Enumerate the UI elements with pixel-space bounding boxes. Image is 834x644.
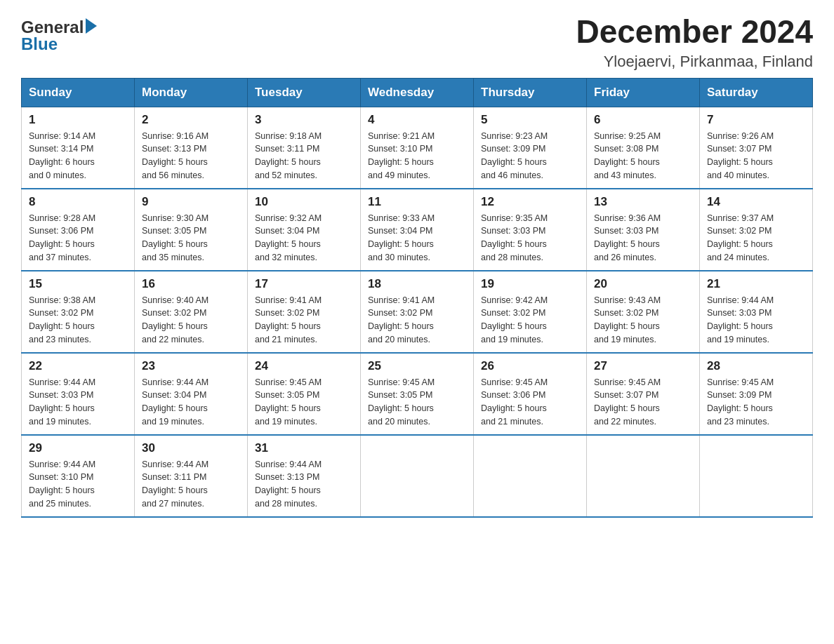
calendar-cell: 15 Sunrise: 9:38 AM Sunset: 3:02 PM Dayl… xyxy=(22,271,135,353)
col-friday: Friday xyxy=(587,78,700,107)
calendar-cell: 24 Sunrise: 9:45 AM Sunset: 3:05 PM Dayl… xyxy=(248,353,361,435)
day-number: 29 xyxy=(29,441,127,455)
calendar-cell: 20 Sunrise: 9:43 AM Sunset: 3:02 PM Dayl… xyxy=(587,271,700,353)
col-saturday: Saturday xyxy=(700,78,813,107)
calendar-cell xyxy=(700,435,813,517)
day-info: Sunrise: 9:44 AM Sunset: 3:11 PM Dayligh… xyxy=(142,458,240,511)
calendar-cell: 23 Sunrise: 9:44 AM Sunset: 3:04 PM Dayl… xyxy=(135,353,248,435)
logo-blue-text: Blue xyxy=(21,34,58,54)
calendar-week-row: 29 Sunrise: 9:44 AM Sunset: 3:10 PM Dayl… xyxy=(22,435,813,517)
day-info: Sunrise: 9:36 AM Sunset: 3:03 PM Dayligh… xyxy=(594,212,692,264)
day-number: 19 xyxy=(481,277,579,291)
day-info: Sunrise: 9:44 AM Sunset: 3:04 PM Dayligh… xyxy=(142,376,240,429)
day-info: Sunrise: 9:41 AM Sunset: 3:02 PM Dayligh… xyxy=(368,294,466,347)
col-sunday: Sunday xyxy=(22,78,135,107)
calendar-cell: 9 Sunrise: 9:30 AM Sunset: 3:05 PM Dayli… xyxy=(135,189,248,271)
day-number: 3 xyxy=(255,113,353,127)
calendar-cell: 18 Sunrise: 9:41 AM Sunset: 3:02 PM Dayl… xyxy=(361,271,474,353)
calendar-cell: 3 Sunrise: 9:18 AM Sunset: 3:11 PM Dayli… xyxy=(248,107,361,189)
calendar-cell: 1 Sunrise: 9:14 AM Sunset: 3:14 PM Dayli… xyxy=(22,107,135,189)
day-number: 2 xyxy=(142,113,240,127)
day-number: 23 xyxy=(142,359,240,373)
day-number: 4 xyxy=(368,113,466,127)
day-info: Sunrise: 9:30 AM Sunset: 3:05 PM Dayligh… xyxy=(142,212,240,264)
day-number: 8 xyxy=(29,195,127,209)
calendar-cell xyxy=(587,435,700,517)
calendar-cell: 19 Sunrise: 9:42 AM Sunset: 3:02 PM Dayl… xyxy=(474,271,587,353)
calendar-cell: 13 Sunrise: 9:36 AM Sunset: 3:03 PM Dayl… xyxy=(587,189,700,271)
calendar-cell: 21 Sunrise: 9:44 AM Sunset: 3:03 PM Dayl… xyxy=(700,271,813,353)
page-subtitle: Yloejaervi, Pirkanmaa, Finland xyxy=(576,53,813,71)
day-info: Sunrise: 9:26 AM Sunset: 3:07 PM Dayligh… xyxy=(707,130,805,182)
day-number: 7 xyxy=(707,113,805,127)
day-info: Sunrise: 9:42 AM Sunset: 3:02 PM Dayligh… xyxy=(481,294,579,347)
day-info: Sunrise: 9:32 AM Sunset: 3:04 PM Dayligh… xyxy=(255,212,353,264)
day-number: 13 xyxy=(594,195,692,209)
day-number: 12 xyxy=(481,195,579,209)
day-info: Sunrise: 9:25 AM Sunset: 3:08 PM Dayligh… xyxy=(594,130,692,182)
day-number: 10 xyxy=(255,195,353,209)
day-number: 31 xyxy=(255,441,353,455)
day-info: Sunrise: 9:45 AM Sunset: 3:05 PM Dayligh… xyxy=(368,376,466,429)
logo-arrow-icon xyxy=(86,18,97,34)
day-info: Sunrise: 9:44 AM Sunset: 3:13 PM Dayligh… xyxy=(255,458,353,511)
day-info: Sunrise: 9:37 AM Sunset: 3:02 PM Dayligh… xyxy=(707,212,805,264)
day-number: 6 xyxy=(594,113,692,127)
calendar-week-row: 8 Sunrise: 9:28 AM Sunset: 3:06 PM Dayli… xyxy=(22,189,813,271)
day-number: 15 xyxy=(29,277,127,291)
calendar-cell: 22 Sunrise: 9:44 AM Sunset: 3:03 PM Dayl… xyxy=(22,353,135,435)
day-info: Sunrise: 9:14 AM Sunset: 3:14 PM Dayligh… xyxy=(29,130,127,182)
day-info: Sunrise: 9:40 AM Sunset: 3:02 PM Dayligh… xyxy=(142,294,240,347)
day-number: 26 xyxy=(481,359,579,373)
day-info: Sunrise: 9:41 AM Sunset: 3:02 PM Dayligh… xyxy=(255,294,353,347)
day-number: 28 xyxy=(707,359,805,373)
calendar-cell: 27 Sunrise: 9:45 AM Sunset: 3:07 PM Dayl… xyxy=(587,353,700,435)
day-info: Sunrise: 9:33 AM Sunset: 3:04 PM Dayligh… xyxy=(368,212,466,264)
col-tuesday: Tuesday xyxy=(248,78,361,107)
day-number: 5 xyxy=(481,113,579,127)
calendar-cell: 11 Sunrise: 9:33 AM Sunset: 3:04 PM Dayl… xyxy=(361,189,474,271)
day-number: 11 xyxy=(368,195,466,209)
day-info: Sunrise: 9:16 AM Sunset: 3:13 PM Dayligh… xyxy=(142,130,240,182)
calendar-cell: 31 Sunrise: 9:44 AM Sunset: 3:13 PM Dayl… xyxy=(248,435,361,517)
col-thursday: Thursday xyxy=(474,78,587,107)
calendar-cell: 7 Sunrise: 9:26 AM Sunset: 3:07 PM Dayli… xyxy=(700,107,813,189)
calendar-cell: 30 Sunrise: 9:44 AM Sunset: 3:11 PM Dayl… xyxy=(135,435,248,517)
day-info: Sunrise: 9:43 AM Sunset: 3:02 PM Dayligh… xyxy=(594,294,692,347)
day-number: 14 xyxy=(707,195,805,209)
day-info: Sunrise: 9:18 AM Sunset: 3:11 PM Dayligh… xyxy=(255,130,353,182)
calendar-cell: 16 Sunrise: 9:40 AM Sunset: 3:02 PM Dayl… xyxy=(135,271,248,353)
calendar-cell: 2 Sunrise: 9:16 AM Sunset: 3:13 PM Dayli… xyxy=(135,107,248,189)
calendar-cell: 28 Sunrise: 9:45 AM Sunset: 3:09 PM Dayl… xyxy=(700,353,813,435)
day-info: Sunrise: 9:45 AM Sunset: 3:07 PM Dayligh… xyxy=(594,376,692,429)
calendar-cell: 6 Sunrise: 9:25 AM Sunset: 3:08 PM Dayli… xyxy=(587,107,700,189)
day-number: 20 xyxy=(594,277,692,291)
calendar-table: Sunday Monday Tuesday Wednesday Thursday… xyxy=(21,78,813,518)
col-monday: Monday xyxy=(135,78,248,107)
calendar-week-row: 22 Sunrise: 9:44 AM Sunset: 3:03 PM Dayl… xyxy=(22,353,813,435)
day-info: Sunrise: 9:44 AM Sunset: 3:03 PM Dayligh… xyxy=(29,376,127,429)
calendar-cell xyxy=(474,435,587,517)
calendar-cell: 10 Sunrise: 9:32 AM Sunset: 3:04 PM Dayl… xyxy=(248,189,361,271)
calendar-cell: 26 Sunrise: 9:45 AM Sunset: 3:06 PM Dayl… xyxy=(474,353,587,435)
day-info: Sunrise: 9:23 AM Sunset: 3:09 PM Dayligh… xyxy=(481,130,579,182)
day-info: Sunrise: 9:44 AM Sunset: 3:10 PM Dayligh… xyxy=(29,458,127,511)
logo: General Blue xyxy=(21,14,97,54)
day-number: 16 xyxy=(142,277,240,291)
day-number: 25 xyxy=(368,359,466,373)
calendar-cell: 14 Sunrise: 9:37 AM Sunset: 3:02 PM Dayl… xyxy=(700,189,813,271)
calendar-cell: 17 Sunrise: 9:41 AM Sunset: 3:02 PM Dayl… xyxy=(248,271,361,353)
calendar-cell: 8 Sunrise: 9:28 AM Sunset: 3:06 PM Dayli… xyxy=(22,189,135,271)
title-block: December 2024 Yloejaervi, Pirkanmaa, Fin… xyxy=(576,14,813,71)
day-info: Sunrise: 9:45 AM Sunset: 3:05 PM Dayligh… xyxy=(255,376,353,429)
day-number: 24 xyxy=(255,359,353,373)
day-number: 22 xyxy=(29,359,127,373)
calendar-cell: 12 Sunrise: 9:35 AM Sunset: 3:03 PM Dayl… xyxy=(474,189,587,271)
calendar-cell xyxy=(361,435,474,517)
day-number: 17 xyxy=(255,277,353,291)
day-info: Sunrise: 9:35 AM Sunset: 3:03 PM Dayligh… xyxy=(481,212,579,264)
day-info: Sunrise: 9:45 AM Sunset: 3:09 PM Dayligh… xyxy=(707,376,805,429)
day-number: 21 xyxy=(707,277,805,291)
day-number: 9 xyxy=(142,195,240,209)
day-number: 27 xyxy=(594,359,692,373)
